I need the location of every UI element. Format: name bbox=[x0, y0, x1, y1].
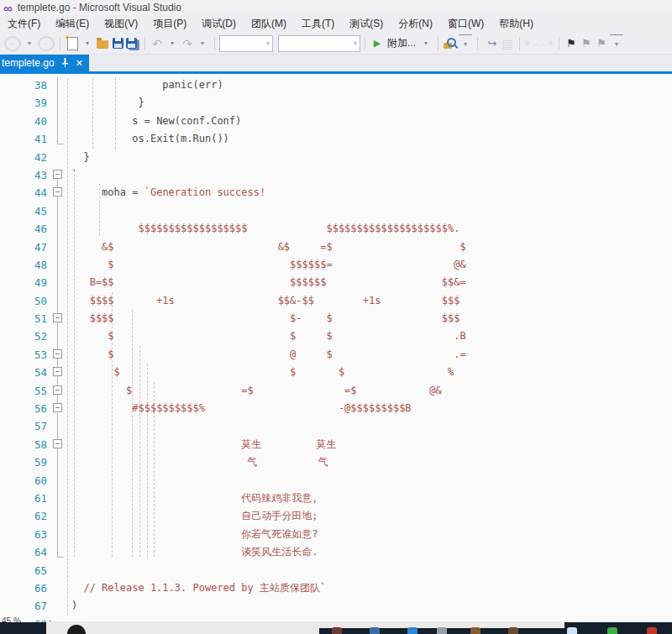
outdent-icon[interactable]: ←≡ bbox=[540, 35, 554, 52]
fold-marker[interactable]: − bbox=[53, 170, 62, 179]
toggle-bookmark-icon[interactable]: ⚑ bbox=[564, 35, 578, 52]
code-line[interactable]: B=$$ $$$$$$ $$&= bbox=[71, 274, 466, 291]
pin-icon[interactable] bbox=[61, 55, 69, 71]
fold-marker[interactable]: − bbox=[53, 385, 62, 395]
code-line[interactable]: panic(err) bbox=[71, 76, 223, 94]
fold-marker[interactable]: − bbox=[53, 367, 62, 376]
menu-item-0[interactable]: 文件(F) bbox=[0, 15, 48, 33]
toolbar-combo-configuration[interactable]: ▾ bbox=[219, 35, 273, 52]
menu-item-6[interactable]: 工具(T) bbox=[294, 15, 342, 33]
code-line[interactable]: $$$$ $- $ $$$ bbox=[71, 310, 459, 327]
line-number: 46 bbox=[0, 220, 47, 238]
previous-bookmark-icon[interactable]: ⚑ bbox=[580, 35, 593, 52]
code-line[interactable]: $ @ $ .= bbox=[71, 346, 466, 364]
save-button[interactable] bbox=[111, 35, 124, 52]
taskbar-app-icon[interactable] bbox=[508, 627, 518, 634]
new-file-icon bbox=[67, 37, 78, 50]
code-line[interactable]: // Release 1.1.3. Powered by 主站质保团队` bbox=[71, 579, 326, 597]
taskbar-app-icon[interactable] bbox=[332, 627, 342, 634]
fold-marker[interactable]: − bbox=[53, 313, 62, 322]
fold-marker[interactable]: − bbox=[53, 349, 62, 359]
taskbar-app-icon[interactable] bbox=[470, 627, 480, 634]
code-editor[interactable]: −−−−−−−− 38 panic(err)39 }40 s = New(con… bbox=[0, 74, 672, 634]
find-in-files-button[interactable] bbox=[444, 35, 457, 52]
open-folder-icon bbox=[97, 40, 108, 49]
menu-item-1[interactable]: 编辑(E) bbox=[48, 15, 97, 33]
line-number: 59 bbox=[0, 453, 47, 471]
attach-button[interactable]: 附加... bbox=[387, 36, 416, 50]
code-line[interactable]: } bbox=[71, 149, 90, 166]
code-line[interactable]: #$$$$$$$$$$% -@$$$$$$$$$B bbox=[71, 400, 412, 417]
undo-dropdown-icon[interactable]: ▾ bbox=[165, 35, 179, 52]
menu-item-3[interactable]: 项目(P) bbox=[145, 15, 194, 33]
new-file-dropdown-icon[interactable]: ▾ bbox=[81, 35, 94, 52]
toolbar-separator bbox=[144, 37, 145, 50]
indent-icon[interactable]: ≡→ bbox=[525, 35, 538, 52]
attach-dropdown-icon[interactable]: ▾ bbox=[419, 35, 433, 52]
toolbar-combo-platform[interactable]: ▾ bbox=[278, 35, 360, 52]
code-line[interactable]: 自己动手分田地; bbox=[71, 507, 318, 525]
taskbar-app-icon[interactable] bbox=[607, 627, 617, 634]
fold-marker[interactable]: − bbox=[53, 403, 62, 412]
code-line[interactable]: &$ &$ =$ $ bbox=[71, 238, 466, 256]
find-in-files-icon bbox=[444, 37, 457, 50]
code-line[interactable]: ` bbox=[71, 166, 77, 184]
close-icon[interactable]: ✕ bbox=[76, 58, 83, 69]
navigate-to-icon[interactable]: ↪ bbox=[486, 35, 499, 52]
code-line[interactable]: } bbox=[71, 94, 144, 112]
menu-item-10[interactable]: 帮助(H) bbox=[491, 15, 541, 33]
editor-lines: 38 panic(err)39 }40 s = New(conf.Conf)41… bbox=[0, 76, 672, 633]
line-number: 40 bbox=[0, 113, 47, 130]
code-line[interactable]: $ =$ =$ @& bbox=[71, 382, 442, 400]
code-line[interactable]: ) bbox=[71, 597, 77, 615]
taskbar-app-icon[interactable] bbox=[407, 627, 417, 634]
redo-button[interactable]: ↷ bbox=[181, 35, 194, 52]
code-line[interactable]: $ $ $ .B bbox=[71, 327, 466, 345]
code-line[interactable]: 气 气 bbox=[71, 453, 328, 471]
open-file-button[interactable] bbox=[96, 35, 109, 52]
tab-label: templete.go bbox=[2, 57, 55, 69]
code-line[interactable]: 代码辣鸡非我意, bbox=[71, 490, 318, 507]
code-line[interactable]: $ $$$$$$= @& bbox=[71, 256, 466, 274]
code-line[interactable]: moha = `Generation success! bbox=[71, 184, 265, 202]
menu-item-5[interactable]: 团队(M) bbox=[244, 15, 294, 33]
taskbar-app-icon[interactable] bbox=[567, 627, 577, 634]
menu-item-9[interactable]: 窗口(W) bbox=[440, 15, 491, 33]
fold-marker[interactable]: − bbox=[53, 439, 62, 448]
code-line[interactable]: 谈笑风生活长命. bbox=[71, 543, 318, 561]
toolbar-separator bbox=[519, 37, 520, 50]
code-line[interactable]: $ $ $ % bbox=[71, 364, 454, 381]
menu-item-2[interactable]: 视图(V) bbox=[97, 15, 145, 33]
line-number: 38 bbox=[0, 76, 47, 94]
navigate-back-icon[interactable]: ← bbox=[4, 36, 21, 51]
code-line[interactable]: 你若气死谁如意? bbox=[71, 526, 318, 543]
taskbar-app-icon[interactable] bbox=[370, 627, 380, 634]
code-line[interactable]: $$$$$$$$$$$$$$$$$$ $$$$$$$$$$$$$$$$$$$$%… bbox=[71, 220, 459, 238]
line-number: 43 bbox=[0, 166, 47, 184]
save-all-button[interactable] bbox=[126, 35, 139, 52]
code-line[interactable]: s = New(conf.Conf) bbox=[71, 113, 241, 130]
new-file-button[interactable] bbox=[66, 35, 79, 52]
show-threads-icon[interactable]: ▤ bbox=[501, 35, 514, 52]
menu-item-8[interactable]: 分析(N) bbox=[391, 15, 440, 33]
tab-templete-go[interactable]: templete.go ✕ bbox=[0, 55, 89, 71]
next-bookmark-icon[interactable]: ⚑ bbox=[595, 35, 608, 52]
line-number: 62 bbox=[0, 507, 47, 525]
taskbar-app-icon[interactable] bbox=[647, 627, 657, 634]
chevron-down-icon: ▾ bbox=[354, 39, 357, 47]
navigate-forward-icon[interactable]: → bbox=[38, 36, 55, 51]
menu-item-4[interactable]: 调试(D) bbox=[194, 15, 244, 33]
code-line[interactable]: $$$$ +1s $$&-$$ +1s $$$ bbox=[71, 292, 459, 310]
navigate-back-dropdown-icon[interactable]: ▾ bbox=[23, 35, 36, 52]
redo-dropdown-icon[interactable]: ▾ bbox=[196, 35, 209, 52]
code-line[interactable]: os.Exit(m.Run()) bbox=[71, 130, 229, 148]
menu-item-7[interactable]: 测试(S) bbox=[342, 15, 391, 33]
undo-button[interactable]: ↶ bbox=[150, 35, 164, 52]
toolbar-overflow-icon[interactable]: ▾ bbox=[610, 34, 623, 52]
fold-marker[interactable]: − bbox=[53, 187, 62, 196]
find-options-dropdown-icon[interactable]: ▾ bbox=[459, 34, 472, 52]
line-number: 53 bbox=[0, 346, 47, 364]
start-debug-icon[interactable]: ▶ bbox=[370, 35, 384, 52]
taskbar-app-icon[interactable] bbox=[437, 627, 447, 634]
code-line[interactable]: 莫生 莫生 bbox=[71, 436, 336, 453]
